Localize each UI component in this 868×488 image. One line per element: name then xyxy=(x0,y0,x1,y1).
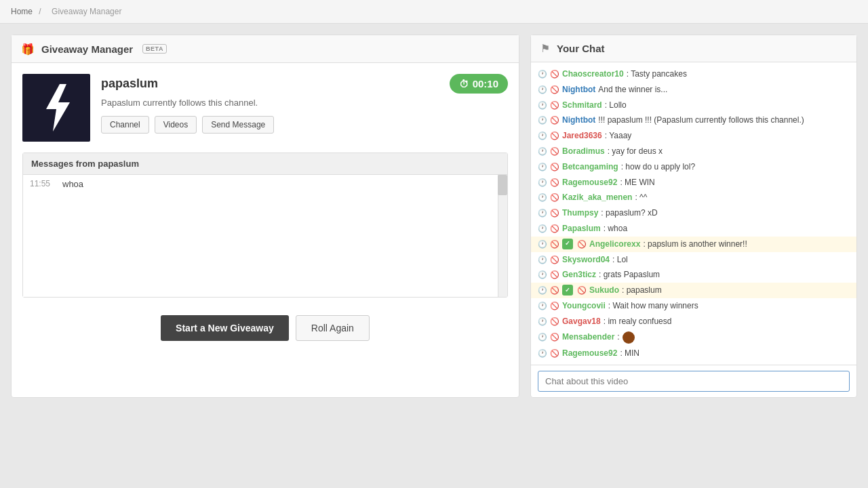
clock-icon: 🕐 xyxy=(538,332,547,342)
block-icon: 🚫 xyxy=(550,85,559,95)
chat-message-text: : papslum is another winner!! xyxy=(643,239,747,250)
lightning-icon xyxy=(36,81,77,135)
clock-icon: 🕐 xyxy=(538,131,547,141)
chat-username[interactable]: Sukudo xyxy=(589,285,619,296)
breadcrumb-current: Giveaway Manager xyxy=(52,7,121,16)
chat-username[interactable]: Kazik_aka_menen xyxy=(562,192,632,203)
chat-message-text: : yay for deus x xyxy=(608,146,663,157)
chat-username[interactable]: Schmitard xyxy=(562,100,602,111)
messages-section: Messages from papaslum 11:55 whoa xyxy=(22,152,508,298)
messages-body[interactable]: 11:55 whoa xyxy=(23,175,507,297)
clock-icon: 🕐 xyxy=(538,317,547,327)
chat-row: 🕐🚫Youngcovii: Wait how many winners xyxy=(531,298,856,314)
chat-row: 🕐🚫Boradimus: yay for deus x xyxy=(531,144,856,159)
block-icon: 🚫 xyxy=(550,332,559,342)
chat-message-text: !!! papaslum !!! (Papaslum currently fol… xyxy=(598,115,804,126)
breadcrumb-home[interactable]: Home xyxy=(11,7,33,16)
send-message-button[interactable]: Send Message xyxy=(202,116,274,134)
chat-username[interactable]: Nightbot xyxy=(562,115,595,126)
start-giveaway-button[interactable]: Start a New Giveaway xyxy=(161,315,289,341)
breadcrumb-separator: / xyxy=(39,7,41,16)
block-icon: 🚫 xyxy=(550,115,559,125)
chat-username[interactable]: Betcangaming xyxy=(562,161,618,173)
chat-username[interactable]: Skysword04 xyxy=(562,254,610,266)
chat-input[interactable] xyxy=(538,371,850,392)
winner-badge-icon: ✓ xyxy=(562,285,573,296)
chat-username[interactable]: Chaoscreator10 xyxy=(562,68,624,80)
chat-message-text: : Wait how many winners xyxy=(608,300,698,312)
chat-username[interactable]: Mensabender xyxy=(562,331,614,343)
clock-icon: 🕐 xyxy=(538,208,547,218)
clock-icon: 🕐 xyxy=(538,255,547,265)
block-icon: 🚫 xyxy=(550,178,559,188)
chat-message-text: : ME WIN xyxy=(620,177,654,188)
chat-username[interactable]: Jared3636 xyxy=(562,130,602,142)
channel-button[interactable]: Channel xyxy=(101,116,149,134)
message-text: whoa xyxy=(62,179,83,189)
block-icon: 🚫 xyxy=(550,224,559,234)
chat-username[interactable]: Papaslum xyxy=(562,223,601,235)
timer-value: 00:10 xyxy=(473,78,498,89)
chat-username[interactable]: Angelicorexx xyxy=(589,239,640,250)
panel-header: 🎁 Giveaway Manager BETA xyxy=(12,35,519,63)
chat-messages[interactable]: 🕐🚫Chaoscreator10: Tasty pancakes🕐🚫Nightb… xyxy=(531,62,856,365)
clock-icon: 🕐 xyxy=(538,301,547,311)
svg-marker-0 xyxy=(46,84,70,131)
chat-username[interactable]: Thumpsy xyxy=(562,207,598,219)
clock-icon: 🕐 xyxy=(538,85,547,95)
clock-icon: 🕐 xyxy=(538,192,547,203)
main-layout: 🎁 Giveaway Manager BETA papaslum ⏱ 00:10 xyxy=(0,24,868,409)
block-icon: 🚫 xyxy=(550,301,559,311)
chat-username[interactable]: Youngcovii xyxy=(562,300,606,312)
chat-row: 🕐🚫Papaslum: whoa xyxy=(531,221,856,237)
chat-username[interactable]: Boradimus xyxy=(562,146,605,157)
winner-username: papaslum xyxy=(101,77,158,91)
scrollbar-thumb[interactable] xyxy=(498,175,507,195)
clock-icon: 🕐 xyxy=(538,348,547,359)
chat-header: ⚑ Your Chat xyxy=(531,35,856,62)
chat-message-text: : Lol xyxy=(612,254,628,266)
chat-username[interactable]: Gavgav18 xyxy=(562,316,601,327)
chat-username[interactable]: Nightbot xyxy=(562,84,595,96)
giveaway-icon: 🎁 xyxy=(21,42,35,56)
chat-username[interactable]: Gen3ticz xyxy=(562,269,596,281)
block-icon: 🚫 xyxy=(550,255,559,265)
chat-row: 🕐🚫Kazik_aka_menen: ^^ xyxy=(531,190,856,205)
chat-row: 🕐🚫Gavgav18: im realy confuesd xyxy=(531,314,856,329)
block-icon-2: 🚫 xyxy=(577,239,587,249)
timer-clock-icon: ⏱ xyxy=(459,79,469,89)
chat-message-text: : ^^ xyxy=(635,192,647,203)
chat-row: 🕐🚫✓🚫Sukudo: papaslum xyxy=(531,283,856,298)
chat-message-text: : how do u apply lol? xyxy=(621,161,695,173)
videos-button[interactable]: Videos xyxy=(155,116,197,134)
roll-again-button[interactable]: Roll Again xyxy=(296,315,370,341)
winner-info: papaslum ⏱ 00:10 Papaslum currently foll… xyxy=(101,74,508,134)
chat-row: 🕐🚫Thumpsy: papaslum? xD xyxy=(531,205,856,221)
block-icon-2: 🚫 xyxy=(577,285,587,296)
winner-avatar xyxy=(22,74,90,142)
chat-message-text: : whoa xyxy=(604,223,627,235)
block-icon: 🚫 xyxy=(550,208,559,218)
chat-message-text: : Lollo xyxy=(605,100,627,111)
chat-row: 🕐🚫Chaoscreator10: Tasty pancakes xyxy=(531,66,856,82)
clock-icon: 🕐 xyxy=(538,100,547,110)
block-icon: 🚫 xyxy=(550,192,559,203)
chat-username[interactable]: Ragemouse92 xyxy=(562,177,617,188)
clock-icon: 🕐 xyxy=(538,69,547,79)
chat-username[interactable]: Ragemouse92 xyxy=(562,348,617,359)
clock-icon: 🕐 xyxy=(538,270,547,280)
clock-icon: 🕐 xyxy=(538,178,547,188)
panel-title: Giveaway Manager xyxy=(41,43,133,55)
action-buttons: Start a New Giveaway Roll Again xyxy=(12,308,519,352)
chat-row: 🕐🚫Ragemouse92: ME WIN xyxy=(531,175,856,190)
block-icon: 🚫 xyxy=(550,131,559,141)
chat-message-text: : xyxy=(617,331,619,343)
chat-row: 🕐🚫Ragemouse92: MIN xyxy=(531,346,856,361)
clock-icon: 🕐 xyxy=(538,162,547,172)
beta-badge: BETA xyxy=(142,44,167,54)
right-panel: ⚑ Your Chat 🕐🚫Chaoscreator10: Tasty panc… xyxy=(530,35,857,398)
chat-message-text: : Tasty pancakes xyxy=(627,68,687,80)
chat-avatar xyxy=(623,331,635,344)
messages-header: Messages from papaslum xyxy=(23,153,507,175)
block-icon: 🚫 xyxy=(550,270,559,280)
